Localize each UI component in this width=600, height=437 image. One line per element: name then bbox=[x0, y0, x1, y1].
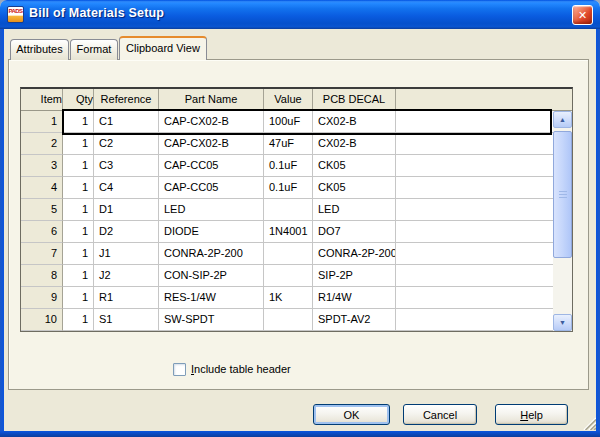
cell-item[interactable]: 9 bbox=[21, 287, 63, 309]
cell-filler bbox=[396, 111, 572, 133]
table-row[interactable]: 8 1 J2 CON-SIP-2P SIP-2P bbox=[21, 265, 572, 287]
scroll-down-icon[interactable]: ▼ bbox=[553, 314, 572, 331]
cell-value[interactable] bbox=[264, 243, 313, 265]
cell-part-name[interactable]: CAP-CX02-B bbox=[159, 111, 264, 133]
cell-qty[interactable]: 1 bbox=[63, 177, 94, 199]
cell-item[interactable]: 8 bbox=[21, 265, 63, 287]
help-mnemonic: H bbox=[520, 409, 528, 421]
cell-reference[interactable]: R1 bbox=[94, 287, 159, 309]
cell-reference[interactable]: C2 bbox=[94, 133, 159, 155]
cell-value[interactable] bbox=[264, 265, 313, 287]
include-table-header-checkbox[interactable] bbox=[173, 363, 186, 376]
include-table-header-label: Include table header bbox=[191, 362, 291, 376]
cell-part-name[interactable]: SW-SPDT bbox=[159, 309, 264, 331]
scroll-up-icon[interactable]: ▲ bbox=[553, 111, 572, 128]
col-header-value[interactable]: Value bbox=[264, 89, 313, 110]
table-row[interactable]: 4 1 C4 CAP-CC05 0.1uF CK05 bbox=[21, 177, 572, 199]
cell-filler bbox=[396, 199, 572, 221]
cell-value[interactable] bbox=[264, 309, 313, 331]
ok-button[interactable]: OK bbox=[313, 404, 390, 425]
cell-part-name[interactable]: DIODE bbox=[159, 221, 264, 243]
resize-grip-icon[interactable] bbox=[581, 415, 596, 430]
cell-item[interactable]: 6 bbox=[21, 221, 63, 243]
cell-item[interactable]: 5 bbox=[21, 199, 63, 221]
cell-pcb-decal[interactable]: CONRA-2P-200 bbox=[313, 243, 396, 265]
cell-pcb-decal[interactable]: CX02-B bbox=[313, 111, 396, 133]
cell-part-name[interactable]: CAP-CC05 bbox=[159, 177, 264, 199]
col-header-qty[interactable]: Qty bbox=[63, 89, 94, 110]
tab-clipboard-view[interactable]: Clipboard View bbox=[119, 36, 207, 60]
table-row[interactable]: 6 1 D2 DIODE 1N4001 DO7 bbox=[21, 221, 572, 243]
include-table-header-option[interactable]: Include table header bbox=[173, 362, 291, 376]
scrollbar-thumb[interactable] bbox=[553, 131, 572, 258]
cell-part-name[interactable]: CONRA-2P-200 bbox=[159, 243, 264, 265]
vertical-scrollbar[interactable]: ▲ ▼ bbox=[553, 111, 572, 331]
cell-filler bbox=[396, 287, 572, 309]
close-icon[interactable]: ✕ bbox=[572, 5, 593, 25]
cell-part-name[interactable]: LED bbox=[159, 199, 264, 221]
cell-qty[interactable]: 1 bbox=[63, 265, 94, 287]
table-row[interactable]: 5 1 D1 LED LED bbox=[21, 199, 572, 221]
table-row[interactable]: 2 1 C2 CAP-CX02-B 47uF CX02-B bbox=[21, 133, 572, 155]
table-row[interactable]: 10 1 S1 SW-SPDT SPDT-AV2 bbox=[21, 309, 572, 331]
table-row[interactable]: 7 1 J1 CONRA-2P-200 CONRA-2P-200 bbox=[21, 243, 572, 265]
cell-pcb-decal[interactable]: CK05 bbox=[313, 155, 396, 177]
cell-qty[interactable]: 1 bbox=[63, 309, 94, 331]
cell-reference[interactable]: J2 bbox=[94, 265, 159, 287]
cell-value[interactable]: 47uF bbox=[264, 133, 313, 155]
cell-qty[interactable]: 1 bbox=[63, 133, 94, 155]
cell-item[interactable]: 3 bbox=[21, 155, 63, 177]
cell-value[interactable]: 1N4001 bbox=[264, 221, 313, 243]
cell-item[interactable]: 2 bbox=[21, 133, 63, 155]
cell-filler bbox=[396, 155, 572, 177]
cell-pcb-decal[interactable]: SPDT-AV2 bbox=[313, 309, 396, 331]
cell-value[interactable]: 100uF bbox=[264, 111, 313, 133]
help-button[interactable]: Help bbox=[495, 404, 568, 425]
cell-part-name[interactable]: RES-1/4W bbox=[159, 287, 264, 309]
cell-pcb-decal[interactable]: CX02-B bbox=[313, 133, 396, 155]
window-border-right bbox=[596, 29, 600, 437]
cell-qty[interactable]: 1 bbox=[63, 243, 94, 265]
cell-reference[interactable]: C1 bbox=[94, 111, 159, 133]
cell-pcb-decal[interactable]: LED bbox=[313, 199, 396, 221]
col-header-pcb-decal[interactable]: PCB DECAL bbox=[313, 89, 396, 110]
cell-qty[interactable]: 1 bbox=[63, 155, 94, 177]
cell-value[interactable]: 0.1uF bbox=[264, 177, 313, 199]
col-header-reference[interactable]: Reference bbox=[94, 89, 159, 110]
cell-item[interactable]: 4 bbox=[21, 177, 63, 199]
cell-value[interactable]: 0.1uF bbox=[264, 155, 313, 177]
cell-qty[interactable]: 1 bbox=[63, 221, 94, 243]
tab-format[interactable]: Format bbox=[70, 39, 118, 60]
cell-reference[interactable]: C4 bbox=[94, 177, 159, 199]
col-header-part-name[interactable]: Part Name bbox=[159, 89, 264, 110]
cell-filler bbox=[396, 133, 572, 155]
table-row[interactable]: 9 1 R1 RES-1/4W 1K R1/4W bbox=[21, 287, 572, 309]
cell-item[interactable]: 10 bbox=[21, 309, 63, 331]
col-header-item[interactable]: Item bbox=[21, 89, 63, 110]
tab-attributes[interactable]: Attributes bbox=[10, 39, 69, 60]
cell-part-name[interactable]: CAP-CC05 bbox=[159, 155, 264, 177]
cell-reference[interactable]: D1 bbox=[94, 199, 159, 221]
cancel-button[interactable]: Cancel bbox=[403, 404, 477, 425]
title-bar[interactable]: PADS Bill of Materials Setup ✕ bbox=[0, 0, 600, 29]
cell-pcb-decal[interactable]: DO7 bbox=[313, 221, 396, 243]
cell-value[interactable] bbox=[264, 199, 313, 221]
cell-part-name[interactable]: CAP-CX02-B bbox=[159, 133, 264, 155]
cell-reference[interactable]: D2 bbox=[94, 221, 159, 243]
table-row[interactable]: 1 1 C1 CAP-CX02-B 100uF CX02-B bbox=[21, 111, 572, 133]
cell-part-name[interactable]: CON-SIP-2P bbox=[159, 265, 264, 287]
cell-value[interactable]: 1K bbox=[264, 287, 313, 309]
cell-qty[interactable]: 1 bbox=[63, 199, 94, 221]
cell-pcb-decal[interactable]: R1/4W bbox=[313, 287, 396, 309]
cell-qty[interactable]: 1 bbox=[63, 287, 94, 309]
cell-reference[interactable]: J1 bbox=[94, 243, 159, 265]
cell-reference[interactable]: S1 bbox=[94, 309, 159, 331]
table-row[interactable]: 3 1 C3 CAP-CC05 0.1uF CK05 bbox=[21, 155, 572, 177]
cell-pcb-decal[interactable]: SIP-2P bbox=[313, 265, 396, 287]
pads-icon-text: PADS bbox=[8, 7, 22, 15]
cell-qty[interactable]: 1 bbox=[63, 111, 94, 133]
cell-item[interactable]: 7 bbox=[21, 243, 63, 265]
cell-item[interactable]: 1 bbox=[21, 111, 63, 133]
cell-reference[interactable]: C3 bbox=[94, 155, 159, 177]
cell-pcb-decal[interactable]: CK05 bbox=[313, 177, 396, 199]
